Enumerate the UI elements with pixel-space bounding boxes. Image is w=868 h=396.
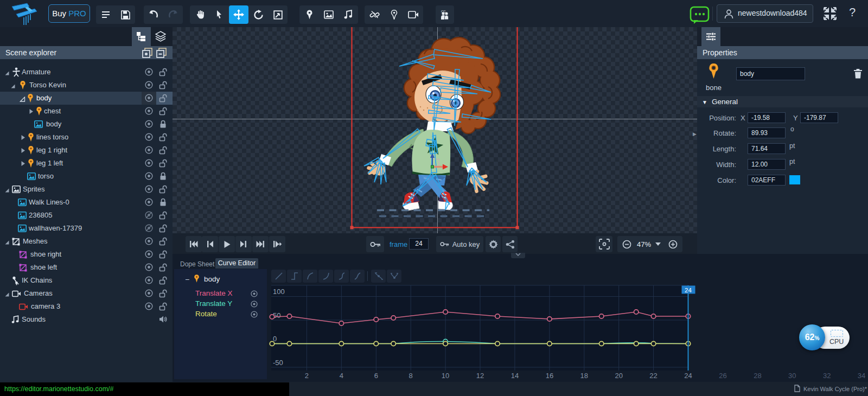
svg-text:22: 22 xyxy=(649,372,657,380)
svg-text:16: 16 xyxy=(546,372,553,380)
svg-text:14: 14 xyxy=(511,372,519,380)
svg-text:24: 24 xyxy=(685,287,692,293)
svg-text:4: 4 xyxy=(340,372,343,380)
svg-text:28: 28 xyxy=(754,372,761,380)
svg-text:26: 26 xyxy=(719,372,726,380)
svg-text:24: 24 xyxy=(684,372,692,380)
svg-text:20: 20 xyxy=(615,372,622,380)
svg-text:-50: -50 xyxy=(273,359,283,367)
svg-text:12: 12 xyxy=(476,372,484,380)
svg-text:8: 8 xyxy=(409,372,413,380)
svg-text:32: 32 xyxy=(823,372,831,380)
svg-text:10: 10 xyxy=(442,372,449,380)
svg-text:30: 30 xyxy=(788,372,796,380)
svg-text:2: 2 xyxy=(305,372,309,380)
svg-text:100: 100 xyxy=(273,288,285,296)
svg-text:6: 6 xyxy=(374,372,378,380)
svg-text:18: 18 xyxy=(580,372,588,380)
svg-text:34: 34 xyxy=(858,372,865,380)
